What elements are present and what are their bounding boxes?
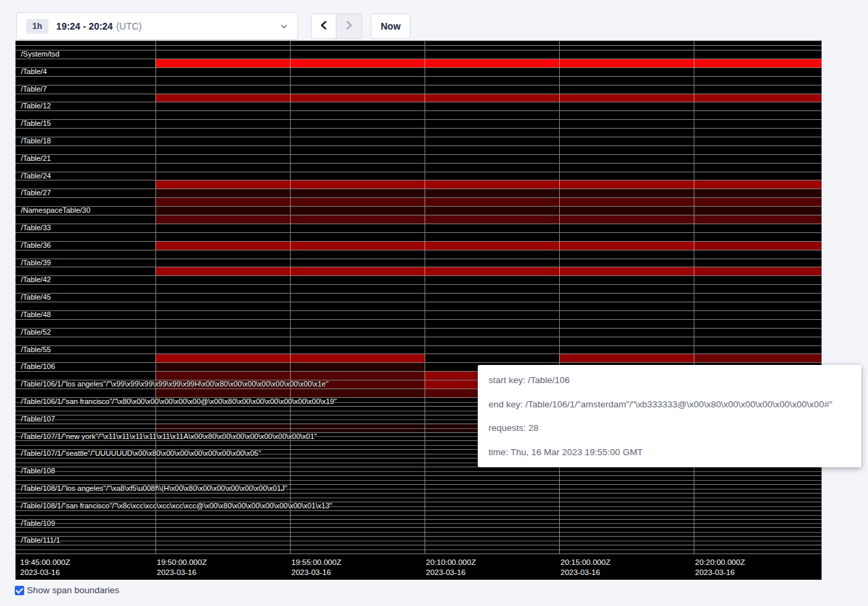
heatmap-cell[interactable]: [559, 494, 694, 502]
heatmap-cell[interactable]: [290, 545, 425, 553]
heatmap-cell[interactable]: [425, 77, 559, 85]
heatmap-cell[interactable]: [559, 294, 694, 302]
heatmap-cell[interactable]: [425, 198, 559, 206]
heatmap-cell[interactable]: [694, 86, 822, 94]
heatmap-cell[interactable]: [155, 155, 290, 163]
heatmap-cell[interactable]: [15, 407, 155, 415]
heatmap-cell[interactable]: [559, 129, 694, 137]
heatmap-cell[interactable]: [694, 233, 822, 241]
heatmap-cell[interactable]: [559, 337, 694, 345]
time-range-select[interactable]: 1h 19:24 - 20:24 (UTC): [16, 12, 298, 40]
heatmap-cell[interactable]: [155, 259, 290, 267]
heatmap-cell[interactable]: [15, 424, 155, 432]
heatmap-cell[interactable]: [425, 189, 559, 197]
heatmap-cell[interactable]: [155, 86, 290, 94]
heatmap-cell[interactable]: [425, 250, 559, 259]
heatmap-cell[interactable]: [155, 172, 290, 180]
heatmap-cell[interactable]: [694, 476, 822, 484]
heatmap-cell[interactable]: [559, 545, 694, 553]
heatmap-cell[interactable]: [559, 250, 694, 259]
heatmap-cell[interactable]: [559, 111, 694, 119]
heatmap-cell[interactable]: [425, 215, 559, 224]
heatmap-cell[interactable]: [155, 459, 290, 467]
heatmap-cell[interactable]: [290, 329, 425, 337]
heatmap-cell[interactable]: [559, 120, 694, 128]
heatmap-cell[interactable]: [694, 242, 822, 250]
heatmap-cell[interactable]: [559, 86, 694, 94]
heatmap-cell[interactable]: [290, 198, 425, 206]
heatmap-cell[interactable]: [15, 320, 155, 328]
heatmap-cell[interactable]: [559, 172, 694, 180]
heatmap-cell[interactable]: [290, 302, 425, 310]
heatmap-cell[interactable]: [559, 285, 694, 293]
heatmap-cell[interactable]: [694, 346, 822, 354]
heatmap-cell[interactable]: [15, 198, 155, 206]
heatmap-cell[interactable]: [694, 320, 822, 328]
next-time-button[interactable]: [336, 13, 362, 39]
heatmap-cell[interactable]: [559, 311, 694, 319]
heatmap-cell[interactable]: [694, 94, 822, 102]
heatmap-cell[interactable]: [290, 320, 425, 328]
heatmap-cell[interactable]: [155, 59, 290, 67]
heatmap-cell[interactable]: [290, 242, 425, 250]
heatmap-cell[interactable]: [155, 302, 290, 310]
heatmap-cell[interactable]: [425, 311, 559, 319]
heatmap-cell[interactable]: [155, 68, 290, 76]
heatmap-cell[interactable]: [425, 346, 559, 354]
heatmap-cell[interactable]: [155, 337, 290, 345]
heatmap-cell[interactable]: [290, 50, 425, 59]
heatmap-cell[interactable]: [559, 520, 694, 528]
heatmap-cell[interactable]: [425, 545, 559, 553]
heatmap-cell[interactable]: [290, 94, 425, 102]
heatmap-cell[interactable]: [559, 537, 694, 545]
heatmap-cell[interactable]: [155, 207, 290, 215]
heatmap-cell[interactable]: [694, 198, 822, 206]
heatmap-cell[interactable]: [694, 215, 822, 224]
heatmap-cell[interactable]: [155, 415, 290, 424]
heatmap-cell[interactable]: [290, 485, 425, 493]
heatmap-cell[interactable]: [694, 129, 822, 137]
heatmap-cell[interactable]: [15, 59, 155, 67]
heatmap-cell[interactable]: [425, 520, 559, 528]
heatmap-cell[interactable]: [425, 485, 559, 493]
heatmap-cell[interactable]: [425, 172, 559, 180]
heatmap-cell[interactable]: [694, 146, 822, 154]
heatmap-cell[interactable]: [559, 77, 694, 85]
heatmap-cell[interactable]: [290, 189, 425, 197]
now-button[interactable]: Now: [371, 13, 410, 39]
heatmap-cell[interactable]: [15, 233, 155, 241]
heatmap-cell[interactable]: [425, 146, 559, 154]
heatmap-cell[interactable]: [290, 285, 425, 293]
heatmap-cell[interactable]: [155, 285, 290, 293]
heatmap-cell[interactable]: [694, 302, 822, 310]
heatmap-cell[interactable]: [694, 155, 822, 163]
heatmap-cell[interactable]: [559, 502, 694, 510]
heatmap-cell[interactable]: [559, 259, 694, 267]
heatmap-cell[interactable]: [559, 346, 694, 354]
heatmap-cell[interactable]: [559, 233, 694, 241]
heatmap-cell[interactable]: [155, 294, 290, 302]
heatmap-cell[interactable]: [290, 476, 425, 484]
heatmap-cell[interactable]: [559, 189, 694, 197]
heatmap-cell[interactable]: [559, 215, 694, 224]
heatmap-cell[interactable]: [155, 164, 290, 172]
heatmap-cell[interactable]: [290, 207, 425, 215]
heatmap-cell[interactable]: [559, 320, 694, 328]
heatmap-cell[interactable]: [15, 77, 155, 85]
heatmap-cell[interactable]: [155, 129, 290, 137]
heatmap-cell[interactable]: [559, 354, 694, 362]
heatmap-cell[interactable]: [425, 233, 559, 241]
heatmap-cell[interactable]: [694, 224, 822, 232]
heatmap-cell[interactable]: [425, 180, 559, 189]
heatmap-cell[interactable]: [694, 207, 822, 215]
heatmap-cell[interactable]: [155, 224, 290, 232]
heatmap-cell[interactable]: [694, 354, 822, 362]
heatmap-cell[interactable]: [290, 346, 425, 354]
heatmap-cell[interactable]: [290, 172, 425, 180]
heatmap-cell[interactable]: [290, 450, 425, 458]
heatmap-cell[interactable]: [290, 164, 425, 172]
heatmap-cell[interactable]: [290, 137, 425, 145]
heatmap-cell[interactable]: [694, 172, 822, 180]
heatmap-cell[interactable]: [425, 285, 559, 293]
heatmap-cell[interactable]: [290, 354, 425, 362]
